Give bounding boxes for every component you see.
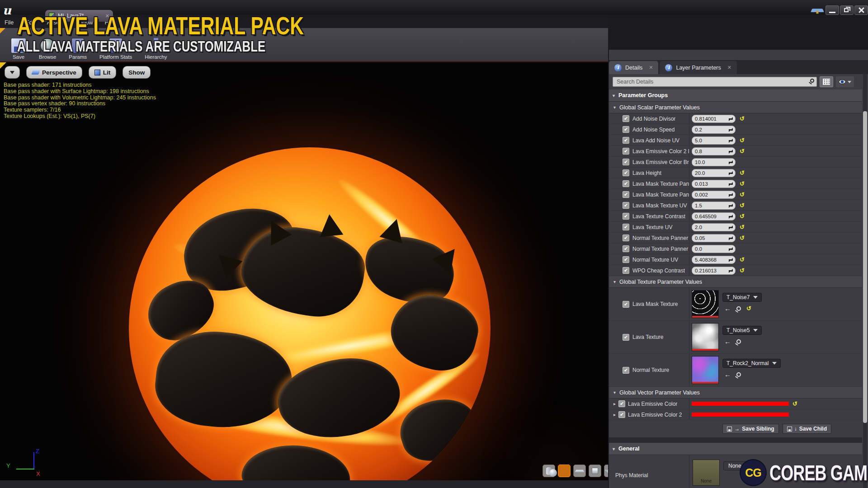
- parameter-checkbox[interactable]: ✔: [623, 137, 629, 144]
- parameter-checkbox[interactable]: ✔: [623, 267, 629, 274]
- menu-item[interactable]: Edit: [25, 19, 35, 26]
- browse-to-asset-icon[interactable]: [736, 339, 741, 344]
- texture-section-header[interactable]: ▾ Global Texture Parameter Values: [609, 276, 862, 288]
- general-header[interactable]: ▾ General: [609, 443, 862, 455]
- browse-to-asset-icon[interactable]: [736, 306, 741, 311]
- panel-tab[interactable]: i Details ✕: [609, 61, 658, 74]
- reset-to-default-icon[interactable]: ↺: [740, 235, 745, 241]
- asset-tab[interactable]: MI_Lava7* ✕: [45, 10, 113, 22]
- texture-asset-dropdown[interactable]: T_Rock2_Normal: [722, 359, 781, 368]
- parameter-checkbox[interactable]: ✔: [623, 256, 629, 263]
- preview-shape-button[interactable]: [589, 465, 601, 477]
- parameter-checkbox[interactable]: ✔: [623, 148, 629, 155]
- parameter-checkbox[interactable]: ✔: [623, 213, 629, 220]
- slider-drag-icon[interactable]: [729, 128, 733, 132]
- toolbar-button[interactable]: Platform Stats: [93, 38, 138, 60]
- preview-shape-button[interactable]: [558, 465, 571, 477]
- parameter-checkbox[interactable]: ✔: [623, 334, 629, 341]
- texture-thumbnail[interactable]: [692, 290, 719, 318]
- lit-mode-button[interactable]: Lit: [89, 66, 117, 79]
- slider-drag-icon[interactable]: [729, 236, 733, 240]
- show-button[interactable]: Show: [123, 66, 151, 79]
- reset-to-default-icon[interactable]: ↺: [740, 202, 745, 208]
- parameter-value-input[interactable]: 0.8: [692, 147, 736, 155]
- slider-drag-icon[interactable]: [729, 247, 733, 251]
- minimize-button[interactable]: [826, 5, 839, 15]
- phys-material-thumbnail[interactable]: None: [693, 460, 720, 486]
- visibility-filter-button[interactable]: [836, 76, 854, 87]
- parameter-checkbox[interactable]: ✔: [618, 400, 625, 407]
- parameter-value-input[interactable]: 5.408368: [692, 256, 736, 264]
- tutorial-icon[interactable]: [811, 9, 824, 12]
- parameter-value-input[interactable]: 0.0: [692, 245, 736, 253]
- toolbar-button[interactable]: Hierarchy: [138, 38, 173, 60]
- slider-drag-icon[interactable]: [729, 269, 733, 273]
- slider-drag-icon[interactable]: [729, 182, 733, 186]
- expand-icon[interactable]: ▸: [613, 412, 616, 417]
- parameter-value-input[interactable]: 2.0: [692, 223, 736, 231]
- display-filter-button[interactable]: [820, 76, 833, 87]
- scrollbar-thumb[interactable]: [863, 111, 867, 423]
- reset-to-default-icon[interactable]: ↺: [746, 305, 751, 311]
- use-selected-icon[interactable]: ←: [724, 338, 731, 345]
- parameter-groups-header[interactable]: ▾ Parameter Groups: [609, 89, 862, 102]
- scalar-section-header[interactable]: ▾ Global Scalar Parameter Values: [609, 102, 862, 113]
- color-swatch[interactable]: [692, 402, 789, 406]
- panel-tab[interactable]: i Layer Parameters ✕: [660, 61, 737, 74]
- reset-to-default-icon[interactable]: ↺: [740, 257, 745, 263]
- browse-to-asset-icon[interactable]: [736, 372, 741, 377]
- slider-drag-icon[interactable]: [729, 215, 733, 219]
- parameter-checkbox[interactable]: ✔: [623, 224, 629, 230]
- parameter-value-input[interactable]: 5.0: [692, 136, 736, 145]
- slider-drag-icon[interactable]: [729, 171, 733, 175]
- texture-thumbnail[interactable]: [692, 323, 719, 351]
- tab-close-icon[interactable]: ✕: [105, 13, 109, 19]
- slider-drag-icon[interactable]: [729, 160, 733, 164]
- parameter-checkbox[interactable]: ✔: [623, 191, 629, 198]
- preview-shape-button[interactable]: [573, 465, 586, 477]
- close-button[interactable]: [854, 5, 868, 15]
- parameter-checkbox[interactable]: ✔: [623, 169, 629, 176]
- reset-to-default-icon[interactable]: ↺: [740, 170, 745, 176]
- slider-drag-icon[interactable]: [729, 225, 733, 230]
- tab-close-icon[interactable]: ✕: [727, 65, 731, 70]
- panel-scrollbar[interactable]: [863, 74, 867, 488]
- save-child-button[interactable]: ↓ Save Child: [783, 424, 831, 434]
- slider-drag-icon[interactable]: [729, 139, 733, 143]
- reset-to-default-icon[interactable]: ↺: [740, 116, 745, 122]
- slider-drag-icon[interactable]: [729, 117, 733, 121]
- slider-drag-icon[interactable]: [729, 204, 733, 208]
- reset-to-default-icon[interactable]: ↺: [740, 224, 745, 230]
- parameter-checkbox[interactable]: ✔: [623, 115, 629, 122]
- parameter-value-input[interactable]: 0.002: [692, 191, 736, 199]
- parameter-value-input[interactable]: 0.814001: [692, 115, 736, 123]
- parameter-checkbox[interactable]: ✔: [623, 245, 629, 252]
- vector-section-header[interactable]: ▾ Global Vector Parameter Values: [609, 387, 862, 399]
- color-swatch[interactable]: [692, 413, 789, 417]
- viewport-options-button[interactable]: [5, 66, 20, 79]
- reset-to-default-icon[interactable]: ↺: [740, 192, 745, 197]
- parameter-value-input[interactable]: 0.216013: [692, 267, 736, 275]
- parameter-value-input[interactable]: 20.0: [692, 169, 736, 177]
- preview-shape-button[interactable]: [604, 465, 608, 477]
- texture-thumbnail[interactable]: [692, 356, 719, 384]
- parameter-value-input[interactable]: 0.2: [692, 126, 736, 134]
- parameter-checkbox[interactable]: ✔: [623, 301, 629, 308]
- save-sibling-button[interactable]: → Save Sibling: [722, 424, 778, 434]
- parameter-checkbox[interactable]: ✔: [618, 411, 625, 418]
- parameter-value-input[interactable]: 1.5: [692, 202, 736, 210]
- texture-asset-dropdown[interactable]: T_Noise5: [722, 326, 762, 335]
- tab-close-icon[interactable]: ✕: [649, 65, 653, 70]
- use-selected-icon[interactable]: ←: [724, 371, 731, 378]
- slider-drag-icon[interactable]: [729, 193, 733, 197]
- reset-to-default-icon[interactable]: ↺: [740, 213, 745, 219]
- parameter-checkbox[interactable]: ✔: [623, 126, 629, 133]
- slider-drag-icon[interactable]: [729, 258, 733, 262]
- reset-to-default-icon[interactable]: ↺: [740, 148, 745, 154]
- parameter-checkbox[interactable]: ✔: [623, 180, 629, 187]
- slider-drag-icon[interactable]: [729, 150, 733, 154]
- toolbar-button[interactable]: Browse: [33, 38, 62, 60]
- expand-icon[interactable]: ▸: [613, 401, 616, 406]
- perspective-button[interactable]: Perspective: [26, 66, 82, 79]
- toolbar-button[interactable]: Params: [62, 38, 93, 60]
